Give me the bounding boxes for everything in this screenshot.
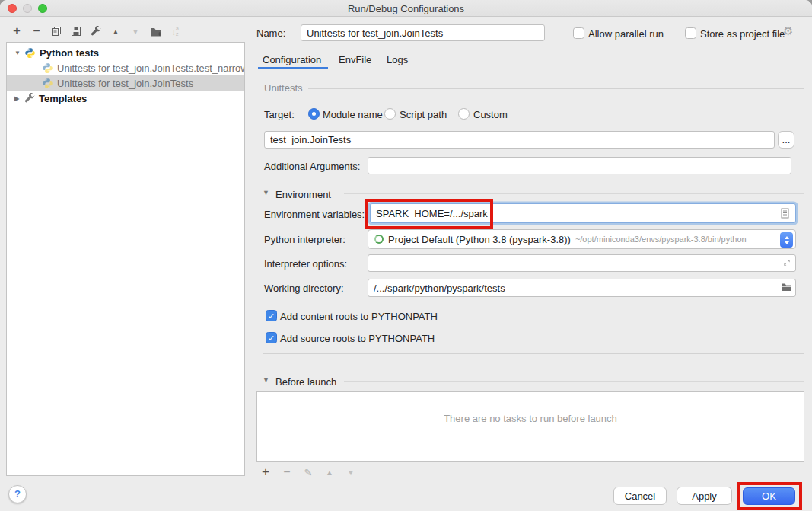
- target-module-name-label: Module name: [323, 109, 383, 120]
- copy-configuration-icon[interactable]: [49, 24, 63, 38]
- title-bar: Run/Debug Configurations: [0, 0, 812, 17]
- allow-parallel-run-checkbox[interactable]: [573, 27, 584, 39]
- tab-configuration[interactable]: Configuration: [263, 54, 321, 65]
- annotation-env-vars: [365, 199, 493, 229]
- before-launch-collapse-icon[interactable]: [263, 376, 269, 384]
- browse-module-button[interactable]: ...: [778, 131, 794, 149]
- sort-configurations-icon[interactable]: az: [168, 24, 182, 38]
- interpreter-value: Project Default (Python 3.8 (pyspark-3.8…: [388, 234, 571, 245]
- move-up-icon[interactable]: [109, 24, 123, 38]
- python-icon: [24, 47, 36, 59]
- add-content-roots-label: Add content roots to PYTHONPATH: [280, 311, 438, 322]
- remove-configuration-icon[interactable]: [30, 24, 43, 38]
- before-launch-toolbar: [259, 465, 358, 479]
- unittests-group-title: Unittests: [262, 82, 308, 94]
- browse-env-vars-icon[interactable]: [781, 208, 789, 219]
- interpreter-path: ~/opt/miniconda3/envs/pyspark-3.8/bin/py…: [575, 235, 747, 244]
- tree-node-label: Unittests for test_join.JoinTests.test_n…: [57, 62, 244, 74]
- python-icon: [42, 62, 53, 74]
- cancel-button[interactable]: Cancel: [613, 487, 667, 505]
- add-source-roots-label: Add source roots to PYTHONPATH: [280, 333, 435, 344]
- add-task-icon[interactable]: [259, 465, 272, 479]
- tree-node-label: Unittests for test_join.JoinTests: [57, 78, 193, 89]
- annotation-ok-button: [737, 482, 802, 510]
- section-divider: [344, 193, 804, 194]
- apply-button[interactable]: Apply: [677, 487, 732, 505]
- tree-node-test-narrow[interactable]: Unittests for test_join.JoinTests.test_n…: [7, 60, 244, 75]
- target-custom-label: Custom: [473, 109, 508, 120]
- add-source-roots-checkbox[interactable]: [266, 332, 277, 343]
- target-script-path-label: Script path: [400, 109, 447, 120]
- edit-templates-icon[interactable]: [89, 24, 103, 38]
- tree-node-label: Python tests: [40, 47, 99, 59]
- save-configuration-icon[interactable]: [69, 24, 83, 38]
- before-launch-task-list: [256, 391, 804, 462]
- remove-task-icon[interactable]: [280, 465, 294, 479]
- environment-collapse-icon[interactable]: [263, 189, 269, 196]
- run-debug-configurations-dialog: Run/Debug Configurations az Python: [0, 0, 812, 511]
- expand-field-icon[interactable]: [782, 258, 791, 267]
- browse-folder-icon[interactable]: [781, 283, 792, 292]
- tree-node-label: Templates: [39, 93, 87, 104]
- store-as-project-file-checkbox[interactable]: [685, 27, 696, 39]
- tab-logs[interactable]: Logs: [387, 54, 408, 65]
- move-task-down-icon[interactable]: [344, 465, 358, 479]
- working-directory-label: Working directory:: [264, 283, 344, 294]
- interpreter-options-input[interactable]: [368, 254, 796, 272]
- help-button[interactable]: ?: [8, 485, 27, 503]
- configurations-tree: Python tests Unittests for test_join.Joi…: [6, 42, 245, 476]
- environment-section-title: Environment: [275, 189, 331, 200]
- target-module-name-radio[interactable]: [308, 108, 320, 120]
- section-divider: [344, 381, 804, 382]
- conda-env-icon: [374, 235, 384, 244]
- configurations-toolbar: az: [10, 24, 182, 38]
- dropdown-stepper-icon[interactable]: [780, 232, 793, 248]
- store-options-gear-icon[interactable]: [783, 24, 793, 38]
- additional-arguments-label: Additional Arguments:: [264, 161, 360, 172]
- before-launch-empty-message: There are no tasks to run before launch: [256, 413, 804, 424]
- environment-variables-label: Environment variables:: [264, 209, 365, 220]
- move-down-icon[interactable]: [129, 24, 142, 38]
- move-task-up-icon[interactable]: [323, 465, 336, 479]
- wrench-icon: [24, 93, 35, 104]
- interpreter-options-label: Interpreter options:: [264, 258, 347, 270]
- tree-node-jointests-selected[interactable]: Unittests for test_join.JoinTests: [7, 75, 244, 91]
- target-label: Target:: [264, 109, 295, 120]
- allow-parallel-run-label: Allow parallel run: [588, 28, 664, 40]
- name-label: Name:: [256, 27, 285, 39]
- name-input[interactable]: [301, 24, 545, 41]
- edit-task-icon[interactable]: [301, 465, 315, 479]
- tree-node-templates[interactable]: Templates: [7, 91, 244, 106]
- python-icon: [42, 78, 53, 89]
- target-custom-radio[interactable]: [458, 108, 470, 120]
- store-as-project-file-label: Store as project file: [700, 28, 785, 40]
- python-interpreter-select[interactable]: Project Default (Python 3.8 (pyspark-3.8…: [368, 229, 796, 249]
- collapse-icon[interactable]: [14, 50, 24, 56]
- tree-node-python-tests[interactable]: Python tests: [7, 45, 244, 60]
- additional-arguments-input[interactable]: [368, 157, 791, 174]
- expand-icon[interactable]: [14, 95, 24, 102]
- python-interpreter-label: Python interpreter:: [264, 234, 345, 245]
- tab-envfile[interactable]: EnvFile: [339, 54, 371, 65]
- add-configuration-icon[interactable]: [10, 24, 24, 38]
- before-launch-section-title: Before launch: [275, 376, 336, 388]
- new-folder-icon[interactable]: [148, 24, 162, 38]
- active-tab-underline: [258, 67, 328, 69]
- target-script-path-radio[interactable]: [384, 108, 396, 120]
- working-directory-input[interactable]: [368, 279, 796, 297]
- module-name-input[interactable]: [264, 131, 775, 149]
- window-title: Run/Debug Configurations: [0, 3, 812, 14]
- add-content-roots-checkbox[interactable]: [266, 310, 277, 321]
